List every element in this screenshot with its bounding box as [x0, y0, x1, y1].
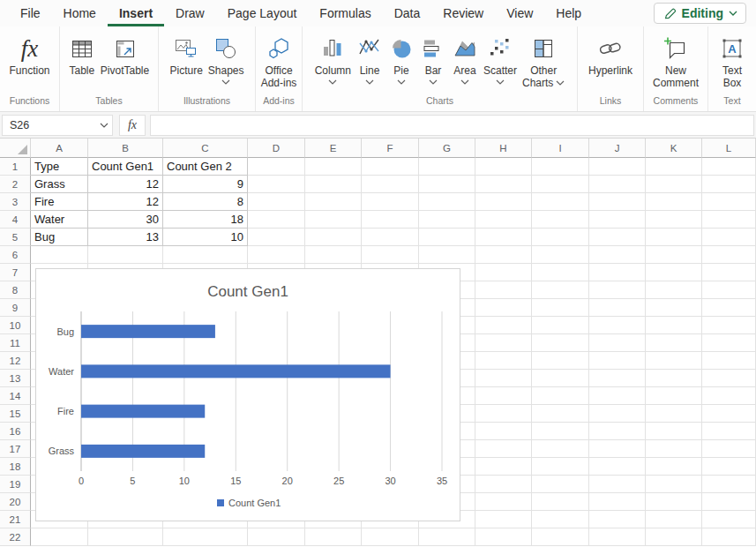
cell-I2[interactable]	[532, 176, 589, 193]
chevron-down-icon[interactable]	[429, 79, 438, 85]
chevron-down-icon[interactable]	[397, 79, 406, 85]
insert-function-button[interactable]: fx	[119, 115, 146, 136]
cell-L9[interactable]	[702, 299, 756, 317]
pie-chart-button[interactable]: Pie	[385, 33, 417, 85]
cell-I16[interactable]	[532, 423, 589, 440]
tab-insert[interactable]: Insert	[108, 0, 164, 26]
cell-K17[interactable]	[646, 440, 702, 458]
cell-L5[interactable]	[702, 229, 756, 246]
cell-I18[interactable]	[532, 458, 589, 476]
editing-mode-button[interactable]: Editing	[654, 3, 746, 24]
cell-J4[interactable]	[589, 211, 646, 229]
cell-K6[interactable]	[646, 246, 702, 264]
cell-H18[interactable]	[475, 458, 532, 476]
tab-help[interactable]: Help	[544, 0, 593, 26]
cell-J19[interactable]	[589, 476, 646, 493]
formula-input[interactable]	[150, 115, 754, 136]
chevron-down-icon[interactable]	[556, 80, 565, 86]
cell-H6[interactable]	[475, 246, 532, 264]
cell-K11[interactable]	[646, 334, 702, 352]
cell-C4[interactable]: 18	[163, 211, 248, 229]
cell-I11[interactable]	[532, 334, 589, 352]
row-header-2[interactable]: 2	[0, 176, 31, 193]
chart-bar-fire[interactable]	[81, 405, 205, 418]
cell-K19[interactable]	[646, 476, 702, 493]
cell-H14[interactable]	[475, 387, 532, 405]
cell-E2[interactable]	[305, 176, 362, 193]
cell-G6[interactable]	[419, 246, 475, 264]
row-header-19[interactable]: 19	[0, 476, 31, 493]
cell-H7[interactable]	[475, 264, 532, 281]
cell-E4[interactable]	[305, 211, 362, 229]
cell-B22[interactable]	[88, 528, 163, 546]
row-header-7[interactable]: 7	[0, 264, 31, 281]
scatter-chart-button[interactable]: Scatter	[481, 33, 520, 85]
cell-J6[interactable]	[589, 246, 646, 264]
cell-H9[interactable]	[475, 299, 532, 317]
cell-J10[interactable]	[589, 317, 646, 334]
cell-G2[interactable]	[419, 176, 475, 193]
cell-I5[interactable]	[532, 229, 589, 246]
column-header-E[interactable]: E	[305, 139, 362, 158]
row-header-1[interactable]: 1	[0, 158, 31, 176]
cell-J3[interactable]	[589, 193, 646, 211]
cell-K5[interactable]	[646, 229, 702, 246]
tab-review[interactable]: Review	[431, 0, 495, 26]
column-header-I[interactable]: I	[532, 139, 589, 158]
cell-E22[interactable]	[305, 528, 362, 546]
cell-L13[interactable]	[702, 370, 756, 387]
cell-K14[interactable]	[646, 387, 702, 405]
cell-I15[interactable]	[532, 405, 589, 423]
column-header-C[interactable]: C	[163, 139, 248, 158]
cell-K10[interactable]	[646, 317, 702, 334]
cell-L2[interactable]	[702, 176, 756, 193]
cell-K8[interactable]	[646, 281, 702, 299]
column-header-A[interactable]: A	[31, 139, 88, 158]
chart-title[interactable]: Count Gen1	[207, 283, 288, 300]
chevron-down-icon[interactable]	[221, 79, 230, 85]
row-header-9[interactable]: 9	[0, 299, 31, 317]
cell-J17[interactable]	[589, 440, 646, 458]
cell-B1[interactable]: Count Gen1	[88, 158, 163, 176]
cell-J1[interactable]	[589, 158, 646, 176]
cell-D2[interactable]	[248, 176, 305, 193]
cell-L6[interactable]	[702, 246, 756, 264]
cell-J21[interactable]	[589, 511, 646, 528]
cell-I22[interactable]	[532, 528, 589, 546]
row-header-4[interactable]: 4	[0, 211, 31, 229]
cell-K16[interactable]	[646, 423, 702, 440]
cell-F3[interactable]	[362, 193, 419, 211]
cell-I6[interactable]	[532, 246, 589, 264]
cell-B4[interactable]: 30	[88, 211, 163, 229]
cell-L20[interactable]	[702, 493, 756, 511]
pivottable-button[interactable]: PivotTable	[98, 33, 152, 77]
column-header-K[interactable]: K	[646, 139, 702, 158]
cell-H19[interactable]	[475, 476, 532, 493]
cell-H17[interactable]	[475, 440, 532, 458]
cell-K12[interactable]	[646, 352, 702, 370]
column-header-H[interactable]: H	[475, 139, 532, 158]
cell-J11[interactable]	[589, 334, 646, 352]
cell-I10[interactable]	[532, 317, 589, 334]
cell-E3[interactable]	[305, 193, 362, 211]
cell-A22[interactable]	[31, 528, 88, 546]
column-header-J[interactable]: J	[589, 139, 646, 158]
area-chart-button[interactable]: Area	[449, 33, 481, 85]
cell-L18[interactable]	[702, 458, 756, 476]
tab-data[interactable]: Data	[383, 0, 432, 26]
cell-J5[interactable]	[589, 229, 646, 246]
cell-K9[interactable]	[646, 299, 702, 317]
cell-L8[interactable]	[702, 281, 756, 299]
cell-L17[interactable]	[702, 440, 756, 458]
cell-G22[interactable]	[419, 528, 475, 546]
cell-L12[interactable]	[702, 352, 756, 370]
other-charts-button[interactable]: Other Charts	[520, 33, 567, 89]
cell-K13[interactable]	[646, 370, 702, 387]
chevron-down-icon[interactable]	[365, 79, 374, 85]
row-header-18[interactable]: 18	[0, 458, 31, 476]
cell-J12[interactable]	[589, 352, 646, 370]
row-header-12[interactable]: 12	[0, 352, 31, 370]
column-header-B[interactable]: B	[88, 139, 163, 158]
cell-D4[interactable]	[248, 211, 305, 229]
cell-L14[interactable]	[702, 387, 756, 405]
